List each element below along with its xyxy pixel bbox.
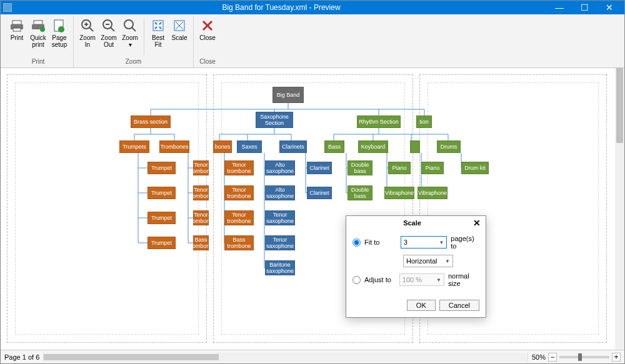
pages-to-label: page(s) to [451, 235, 479, 250]
fit-to-value-input[interactable]: 3▼ [401, 236, 448, 248]
window-maximize-button[interactable]: ☐ [572, 1, 597, 14]
zoom-percent: 50% [532, 353, 546, 361]
svg-rect-17 [153, 21, 163, 31]
svg-point-15 [124, 20, 133, 29]
adjust-to-radio[interactable] [352, 276, 361, 284]
close-button[interactable]: Close [198, 17, 218, 57]
adjust-to-value-input[interactable]: 100 %▼ [399, 273, 444, 286]
node-leaf: Tenor saxophone [265, 210, 295, 225]
svg-line-9 [89, 27, 93, 31]
scrollbar-thumb[interactable] [44, 354, 219, 360]
adjust-to-label: Adjust to [364, 276, 396, 283]
node-leaf: Tenor trombone [224, 185, 254, 200]
app-icon [3, 3, 12, 12]
zoom-in-stepper[interactable]: + [612, 353, 621, 362]
window-close-button[interactable]: ✕ [597, 1, 622, 14]
node-leaf: Alto saxophone [265, 160, 295, 175]
node-group: Trumpets [119, 140, 149, 153]
node-leaf: Piano [421, 162, 444, 174]
print-button[interactable]: Print [7, 17, 27, 57]
node-group: Drums [437, 140, 461, 153]
node-group: Bass [324, 140, 344, 153]
fit-to-label: Fit to [364, 239, 397, 246]
window-minimize-button[interactable]: — [547, 1, 572, 14]
svg-rect-2 [13, 28, 21, 31]
svg-rect-3 [34, 21, 42, 24]
node-leaf: Vibraphone [384, 187, 414, 199]
node-leaf: Trumpet [148, 187, 176, 199]
node-leaf: Tenor trombone [224, 210, 254, 225]
node-group: Saxes [237, 140, 262, 153]
node-leaf: Clarinet [307, 187, 332, 199]
quick-print-icon [31, 18, 46, 33]
close-label: Close [199, 34, 216, 41]
zoom-label: Zoom▾ [122, 34, 138, 48]
node-section: tion [416, 116, 432, 128]
dialog-title: Scale [403, 219, 421, 227]
zoom-out-icon [101, 18, 116, 33]
node-section: Brass section [131, 116, 171, 128]
dialog-close-button[interactable]: ✕ [473, 219, 481, 227]
best-fit-icon [151, 18, 166, 33]
svg-rect-0 [12, 21, 21, 24]
page-indicator: Page 1 of 6 [1, 353, 43, 361]
preview-canvas[interactable]: Big Band Brass section Trumpets Trombone… [1, 68, 615, 350]
best-fit-button[interactable]: Best Fit [148, 17, 168, 57]
print-icon [9, 18, 24, 33]
ribbon-group-zoom-label: Zoom [78, 57, 189, 66]
best-fit-label: Best Fit [149, 34, 168, 48]
node-leaf: Double bass [348, 160, 372, 175]
node-leaf: Alto saxophone [265, 185, 295, 200]
orientation-select[interactable]: Horizontal▼ [403, 255, 453, 267]
preview-page [7, 74, 207, 343]
ok-button[interactable]: OK [407, 300, 436, 311]
scrollbar-thumb[interactable] [616, 68, 623, 143]
node-leaf: Clarinet [307, 162, 332, 174]
node-leaf: Double bass [348, 185, 372, 200]
node-leaf: Trumpet [148, 162, 176, 174]
fit-to-radio[interactable] [352, 239, 361, 247]
zoom-in-label: Zoom In [78, 34, 97, 48]
ribbon-group-zoom: Zoom In Zoom Out Zoom▾ Best Fit [74, 16, 194, 67]
zoom-slider-thumb[interactable] [578, 353, 582, 361]
svg-line-16 [132, 27, 136, 31]
node-leaf: Trumpet [148, 212, 176, 224]
node-leaf: Tenor trombone [193, 185, 209, 200]
node-leaf: Bass trombone [224, 235, 254, 250]
quick-print-button[interactable]: Quick print [28, 17, 48, 57]
ribbon-group-close: Close Close [194, 16, 221, 67]
normal-size-label: normal size [448, 272, 479, 287]
zoom-out-stepper[interactable]: − [548, 353, 557, 362]
node-section: Rhythm Section [357, 116, 401, 128]
scale-icon [172, 18, 187, 33]
chevron-down-icon: ▼ [439, 240, 444, 245]
vertical-scrollbar[interactable] [615, 68, 624, 350]
ribbon-group-print: Print Quick print Page setup Print [3, 16, 74, 67]
node-leaf: Drum kit [461, 162, 489, 174]
chevron-down-icon: ▼ [445, 258, 450, 264]
node-group: bones [213, 140, 232, 153]
cancel-button[interactable]: Cancel [439, 300, 479, 311]
zoom-icon [122, 18, 138, 33]
page-setup-button[interactable]: Page setup [49, 17, 69, 57]
node-leaf: Trumpet [148, 237, 176, 249]
node-leaf: Piano [388, 162, 411, 174]
node-group: Trombones [159, 140, 189, 153]
node-leaf: Bass trombone [193, 235, 209, 250]
zoom-button[interactable]: Zoom▾ [120, 17, 140, 57]
scale-label: Scale [171, 34, 187, 41]
node-leaf: Tenor trombone [193, 210, 209, 225]
node-root: Big Band [272, 87, 304, 103]
scale-dialog: Scale ✕ Fit to 3▼ page(s) to Horizontal▼… [346, 215, 486, 318]
zoom-out-button[interactable]: Zoom Out [99, 17, 119, 57]
node-leaf: Baritone saxophone [265, 260, 295, 275]
zoom-in-button[interactable]: Zoom In [78, 17, 98, 57]
node-leaf: Tenor trombone [224, 160, 254, 175]
scale-button[interactable]: Scale [169, 17, 189, 57]
zoom-controls: 50% − + [528, 353, 624, 362]
zoom-slider[interactable] [559, 356, 609, 358]
ribbon-group-print-label: Print [7, 57, 69, 66]
node-section: Saxophone Section [256, 112, 293, 128]
horizontal-scrollbar[interactable] [43, 353, 528, 362]
page-setup-label: Page setup [50, 34, 69, 48]
